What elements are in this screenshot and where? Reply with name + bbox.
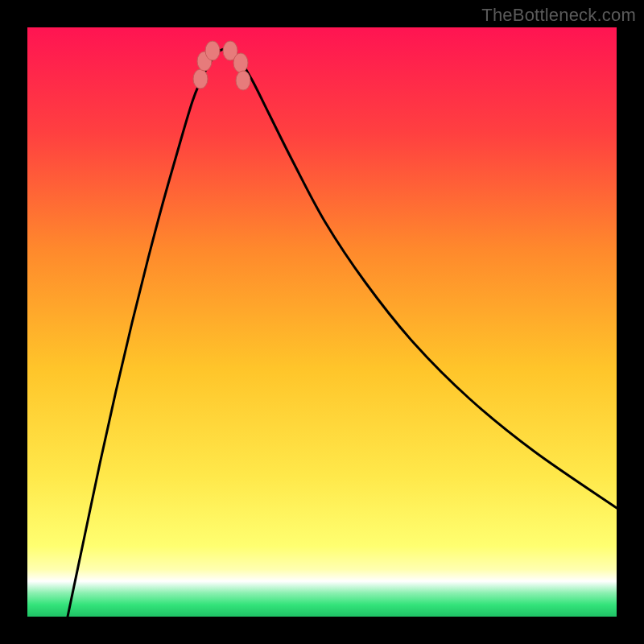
marker-left-shoulder-top — [193, 69, 208, 89]
outer-frame: TheBottleneck.com — [0, 0, 644, 644]
marker-valley-left — [205, 41, 220, 60]
marker-right-shoulder — [233, 53, 248, 72]
plot-area — [27, 27, 617, 617]
gradient-background — [27, 27, 617, 617]
marker-right-shoulder-top — [236, 71, 250, 90]
attribution-text: TheBottleneck.com — [481, 5, 636, 26]
chart-svg — [27, 27, 617, 617]
